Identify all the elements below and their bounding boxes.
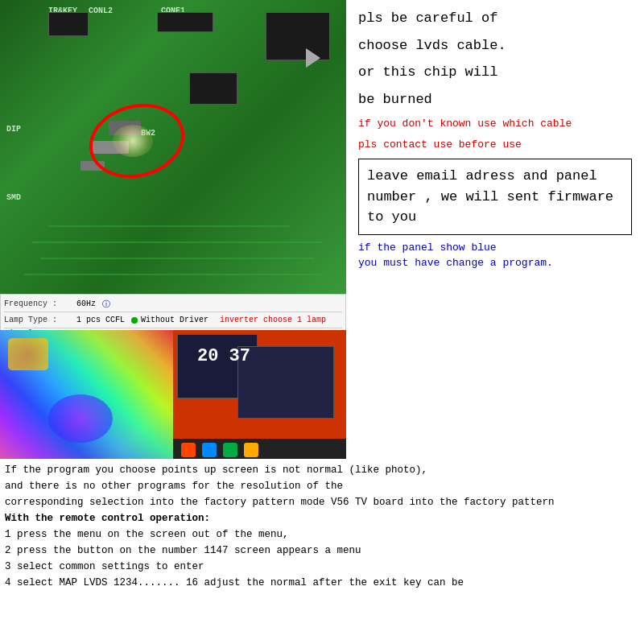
warning-line-2: choose lvds cable. <box>358 35 632 56</box>
red-warning-2: pls contact use before use <box>358 137 632 153</box>
pcb-image: IR&KEY CONL2 CONE1 DIP SMD UL2 BW2 TSUM … <box>0 0 346 298</box>
icon-4 <box>244 443 258 457</box>
demo-image-colorful <box>0 330 173 459</box>
pcb-chip-3 <box>266 12 330 60</box>
main-text-section: If the program you choose points up scre… <box>0 459 644 594</box>
body-line-7: 3 select common settings to enter <box>5 559 639 575</box>
blue-note-1: if the panel show blue <box>358 242 632 254</box>
right-warning-section: pls be careful of choose lvds cable. or … <box>346 0 644 298</box>
bottom-images-section: 20 37 <box>0 330 346 459</box>
body-line-2: and there is no other programs for the r… <box>5 478 639 494</box>
warning-line-1: pls be careful of <box>358 8 632 29</box>
lamp-note: inverter choose 1 lamp <box>220 316 326 324</box>
box-line-1: leave email adress and panel <box>367 166 623 187</box>
lamp-value: 1 pcs CCFL <box>76 316 125 324</box>
green-dot-icon <box>131 317 138 324</box>
img-detail-2 <box>48 394 113 443</box>
box-line-3: to you <box>367 207 623 228</box>
pcb-trace-3 <box>40 258 314 259</box>
body-line-1: If the program you choose points up scre… <box>5 462 639 478</box>
main-container: IR&KEY CONL2 CONE1 DIP SMD UL2 BW2 TSUM … <box>0 0 644 644</box>
body-line-8: 4 select MAP LVDS 1234....... 16 adjust … <box>5 575 639 591</box>
pcb-trace-2 <box>32 242 322 243</box>
taskbar-icons <box>181 443 258 457</box>
info-box: leave email adress and panel number , we… <box>358 159 632 235</box>
img-detail-1 <box>8 338 48 370</box>
lamp-label: Lamp Type : <box>4 316 76 324</box>
body-line-6: 2 press the button on the number 1147 sc… <box>5 543 639 559</box>
body-line-4: With the remote control operation: <box>5 510 639 526</box>
pcb-chip-4 <box>189 72 237 105</box>
icon-2 <box>202 443 217 457</box>
body-line-3: corresponding selection into the factory… <box>5 494 639 510</box>
warning-line-4: be burned <box>358 89 632 110</box>
red-warning-1: if you don't known use which cable <box>358 116 632 132</box>
pcb-trace-1 <box>48 225 290 227</box>
blue-note-2: you must have change a program. <box>358 257 632 269</box>
body-line-5: 1 press the menu on the screen out of th… <box>5 526 639 543</box>
freq-label: Frequency : <box>4 299 76 308</box>
spec-row-lamp: Lamp Type : 1 pcs CCFL Without Driver in… <box>4 312 342 328</box>
icon-3 <box>223 443 237 457</box>
clock-display: 20 37 <box>197 346 250 366</box>
icon-1 <box>181 443 196 457</box>
arrow-icon <box>306 48 320 68</box>
pcb-chip-2 <box>157 12 213 32</box>
pcb-label-conl2: CONL2 <box>89 6 113 15</box>
lamp-driver: Without Driver <box>141 316 208 324</box>
box-line-2: number , we will sent firmware <box>367 187 623 208</box>
freq-icon: ⓘ <box>102 299 110 310</box>
window-2 <box>237 346 334 419</box>
demo-image-desktop: 20 37 <box>173 330 346 459</box>
pcb-chip-1 <box>48 12 89 36</box>
pcb-glow <box>113 125 153 157</box>
pcb-label-dip: DIP <box>6 125 21 134</box>
pcb-label-smd: SMD <box>6 193 21 202</box>
freq-value: 60Hz <box>76 299 96 308</box>
spec-row-frequency: Frequency : 60Hz ⓘ <box>4 296 342 312</box>
warning-line-3: or this chip will <box>358 62 632 83</box>
pcb-trace-4 <box>24 274 322 275</box>
